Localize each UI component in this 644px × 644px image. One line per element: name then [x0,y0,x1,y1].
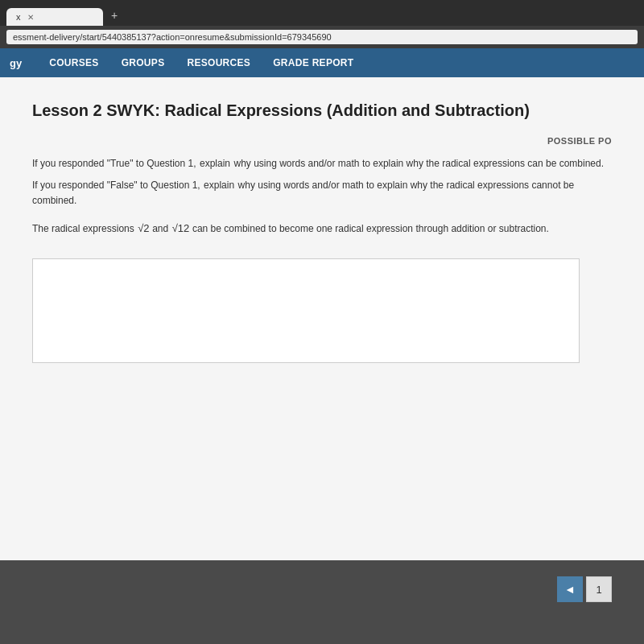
question-middle: and [152,223,168,234]
bottom-nav: ◄ 1 [0,560,644,618]
address-bar[interactable]: essment-delivery/start/5440385137?action… [6,30,638,44]
address-bar-container: essment-delivery/start/5440385137?action… [0,26,644,48]
page-number: 1 [586,576,612,602]
instruction-true-prefix: If you responded "True" to Question 1, [32,158,196,169]
instruction-true-rest: why using words and/or math to explain w… [233,158,604,169]
tab-label: x [16,12,21,22]
possible-points: POSSIBLE PO [32,136,612,146]
instruction-true-block: If you responded "True" to Question 1, e… [32,155,612,171]
nav-brand: gy [10,57,22,69]
question-prefix: The radical expressions [32,223,134,234]
nav-item-groups[interactable]: GROUPS [110,48,176,77]
radical1: √2 [138,222,152,234]
radical2: √12 [172,222,192,234]
tab-bar: x ✕ + [6,5,124,26]
instruction-false-underline: explain [204,180,234,191]
question-block: The radical expressions √2 and √12 can b… [32,221,612,237]
browser-chrome: x ✕ + [0,0,644,26]
instruction-false-block: If you responded "False" to Question 1, … [32,177,612,208]
nav-item-resources[interactable]: RESOURCES [175,48,262,77]
lesson-title: Lesson 2 SWYK: Radical Expressions (Addi… [32,101,612,120]
nav-item-courses[interactable]: COURSES [38,48,109,77]
instruction-true-underline: explain [200,158,230,169]
instruction-false-prefix: If you responded "False" to Question 1, [32,180,200,191]
prev-page-button[interactable]: ◄ [557,576,583,602]
main-content: Lesson 2 SWYK: Radical Expressions (Addi… [0,77,644,560]
browser-tab[interactable]: x ✕ [6,8,103,26]
tab-close-icon[interactable]: ✕ [27,13,34,22]
question-suffix: can be combined to become one radical ex… [192,223,549,234]
nav-item-grade-report[interactable]: GRADE REPORT [262,48,365,77]
new-tab-button[interactable]: + [105,5,124,26]
answer-input[interactable] [32,258,580,363]
nav-bar: gy COURSES GROUPS RESOURCES GRADE REPORT [0,48,644,77]
